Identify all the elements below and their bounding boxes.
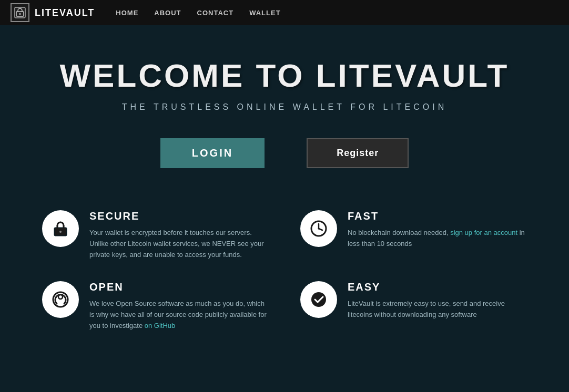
nav-about[interactable]: ABOUT xyxy=(154,9,181,17)
fast-content: FAST No blockchain download needed, sign… xyxy=(348,210,527,250)
open-desc-before: We love Open Source software as much as … xyxy=(89,300,267,329)
fast-title: FAST xyxy=(348,210,527,222)
feature-easy: EASY LiteVault is extremely easy to use,… xyxy=(300,281,527,331)
nav-contact[interactable]: CONTACT xyxy=(197,9,234,17)
feature-open: OPEN We love Open Source software as muc… xyxy=(42,281,269,331)
logo-icon xyxy=(11,3,29,22)
open-title: OPEN xyxy=(89,281,269,293)
secure-content: SECURE Your wallet is encrypted before i… xyxy=(89,210,269,260)
easy-title: EASY xyxy=(348,281,527,293)
features-section: SECURE Your wallet is encrypted before i… xyxy=(0,194,569,353)
fast-signup-link[interactable]: sign up for an account xyxy=(450,229,517,236)
nav-links: HOME ABOUT CONTACT WALLET xyxy=(116,9,280,17)
svg-point-15 xyxy=(58,295,63,299)
hero-subtitle: THE TRUSTLESS ONLINE WALLET FOR LITECOIN xyxy=(11,102,558,112)
logo[interactable]: LITEVAULT xyxy=(11,3,95,22)
open-content: OPEN We love Open Source software as muc… xyxy=(89,281,269,331)
svg-point-13 xyxy=(318,228,320,230)
clock-icon xyxy=(300,210,337,247)
navbar: LITEVAULT HOME ABOUT CONTACT WALLET xyxy=(0,0,569,25)
feature-secure: SECURE Your wallet is encrypted before i… xyxy=(42,210,269,260)
open-github-link[interactable]: on GitHub xyxy=(145,322,176,329)
nav-home[interactable]: HOME xyxy=(116,9,138,17)
svg-point-8 xyxy=(59,231,62,233)
nav-wallet[interactable]: WALLET xyxy=(249,9,280,17)
fast-desc: No blockchain download needed, sign up f… xyxy=(348,228,527,250)
hero-buttons: LOGIN Register xyxy=(11,138,558,168)
feature-fast: FAST No blockchain download needed, sign… xyxy=(300,210,527,260)
logo-text: LITEVAULT xyxy=(35,7,95,18)
secure-title: SECURE xyxy=(89,210,269,222)
fast-desc-before: No blockchain download needed, xyxy=(348,229,450,236)
secure-desc: Your wallet is encrypted before it touch… xyxy=(89,228,269,260)
easy-desc: LiteVault is extremely easy to use, send… xyxy=(348,298,527,321)
easy-content: EASY LiteVault is extremely easy to use,… xyxy=(348,281,527,321)
lock-icon xyxy=(42,210,79,247)
svg-point-2 xyxy=(19,13,21,15)
login-button[interactable]: LOGIN xyxy=(160,138,265,168)
open-source-icon xyxy=(42,281,79,318)
hero-title: WELCOME TO LITEVAULT xyxy=(11,57,558,94)
register-button[interactable]: Register xyxy=(307,138,409,168)
hero-section: WELCOME TO LITEVAULT THE TRUSTLESS ONLIN… xyxy=(0,25,569,194)
open-desc: We love Open Source software as much as … xyxy=(89,298,269,331)
svg-point-16 xyxy=(311,292,326,307)
checkmark-icon xyxy=(300,281,337,318)
